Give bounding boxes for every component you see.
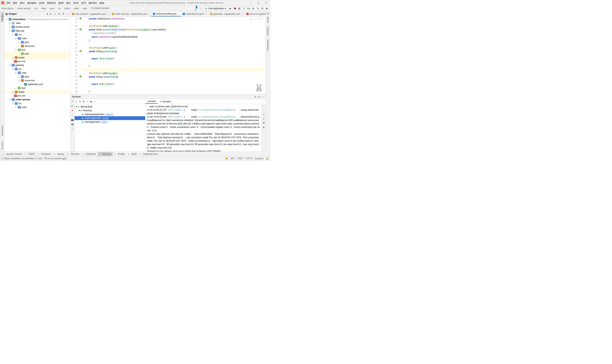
layout-icon[interactable]: ▤ <box>71 123 74 126</box>
tree-item[interactable]: ▸eureka-server <box>4 25 70 29</box>
tree-item[interactable]: ▾resources <box>4 78 70 82</box>
services-tree-item[interactable]: ▶UserApplication :8081/ <box>75 120 145 124</box>
project-tree[interactable]: ▾cloud-demoD:\DingJiaxiong\IdeaProjects\… <box>4 17 70 152</box>
menu-code[interactable]: Code <box>38 1 46 5</box>
grid-icon[interactable]: ⊞ <box>83 100 85 103</box>
services-tree-item[interactable]: ▾▶Running <box>75 109 145 112</box>
gutter-run-icon[interactable] <box>79 28 82 30</box>
services-tree[interactable]: ▾❀Spring Boot▾▶Running▶GatewayApplicatio… <box>75 104 145 152</box>
chevron-down-icon[interactable]: ▾ <box>47 13 48 15</box>
tree-item[interactable]: ▾order-service <box>4 98 70 102</box>
gutter-run-icon[interactable] <box>79 50 82 52</box>
app-port-link[interactable]: :8081/ <box>101 121 107 123</box>
tree-item[interactable]: ▸target <box>4 90 70 94</box>
tree-item[interactable]: application.yml <box>4 82 70 86</box>
bottom-tab-spring[interactable]: ▪Spring <box>53 152 66 156</box>
app-port-link[interactable]: :8088/ <box>102 117 108 119</box>
collapse-all-icon[interactable]: ⇅ <box>58 13 61 15</box>
clear-icon[interactable]: 🗑 <box>263 126 265 129</box>
bottom-tab-profiler[interactable]: ▪Profiler <box>113 152 127 156</box>
line-separator[interactable]: CRLF <box>237 157 243 160</box>
bottom-tab-problems[interactable]: ▪Problems <box>37 152 53 156</box>
caret-position[interactable]: 30:1 <box>230 157 235 160</box>
bottom-tab-terminal[interactable]: ▪Terminal <box>66 152 81 156</box>
menu-vcs[interactable]: VCS <box>80 1 87 5</box>
chevron-icon[interactable]: ▸ <box>9 22 11 25</box>
chevron-icon[interactable]: ▾ <box>15 49 17 51</box>
close-tab-icon[interactable]: × <box>178 13 179 15</box>
chevron-icon[interactable]: ▾ <box>9 29 11 32</box>
bottom-tab-dependencies[interactable]: ▪Dependencies <box>138 152 159 156</box>
print-icon[interactable]: 🖶 <box>263 122 265 124</box>
menu-run[interactable]: Run <box>65 1 72 5</box>
next-highlight-icon[interactable]: ∨ <box>260 17 262 20</box>
chevron-icon[interactable]: ▾ <box>12 68 14 70</box>
code-text[interactable]: private OrderService orderService; @GetM… <box>82 17 266 94</box>
app-port-link[interactable]: :10010/ <box>105 113 113 116</box>
tree-item[interactable]: resources <box>4 44 70 48</box>
maximize-button[interactable]: ☐ <box>254 0 262 6</box>
chevron-icon[interactable]: ▾ <box>15 106 17 109</box>
close-button[interactable]: ✕ <box>262 0 270 6</box>
tree-item[interactable]: ▾src <box>4 33 70 37</box>
chevron-icon[interactable]: ▸ <box>12 91 14 93</box>
run-config-selector[interactable]: ▶ UserApplication ▾ <box>204 6 227 10</box>
debug-button[interactable]: 🐞 <box>233 7 237 10</box>
close-tab-icon[interactable]: × <box>148 13 149 15</box>
menu-navigate[interactable]: Navigate <box>26 1 38 5</box>
scroll-down-icon[interactable]: ↓ <box>263 109 264 112</box>
crumb-1[interactable]: order-service <box>17 7 31 10</box>
bookmarks-tool-button[interactable]: Bookmarks <box>1 123 4 138</box>
tree-item[interactable]: ▸target <box>4 56 70 59</box>
close-tab-icon[interactable]: × <box>242 13 243 15</box>
services-tree-icon[interactable]: :: <box>71 127 74 130</box>
settings-icon[interactable]: ✿ <box>261 7 264 10</box>
user-icon[interactable]: 👤▾ <box>195 7 199 10</box>
chevron-icon[interactable]: ▾ <box>9 98 11 101</box>
chevron-icon[interactable]: ▸ <box>18 75 20 78</box>
crumb-6[interactable]: itcast <box>64 7 70 10</box>
console-output[interactable]: stats: {},Server stats: []}ServerList:nu… <box>145 104 261 152</box>
chevron-icon[interactable]: ▸ <box>18 41 20 44</box>
emoji-icon[interactable]: 😺 <box>225 157 228 160</box>
soft-wrap-icon[interactable]: ↩ <box>263 113 265 116</box>
bottom-tab-services[interactable]: ▪Services <box>98 152 113 156</box>
close-tab-icon[interactable]: × <box>107 13 109 15</box>
expand-all-icon[interactable]: ≡ <box>53 13 56 15</box>
tree-item[interactable]: ▸java <box>4 40 70 44</box>
tree-item[interactable]: ▾feign-api <box>4 29 70 33</box>
tree-item[interactable]: ▾main <box>4 37 70 40</box>
code-editor[interactable]: 1617181920212223242526272829303132333435… <box>70 17 266 94</box>
editor-tab[interactable]: OrderController.java× <box>151 12 181 16</box>
services-tree-item[interactable]: ▶GatewayApplication :10010/ <box>75 112 145 116</box>
bottom-tab-todo[interactable]: ▪TODO <box>24 152 36 156</box>
camera-icon[interactable]: 📷 <box>71 118 74 121</box>
prev-highlight-icon[interactable]: ∧ <box>257 17 259 20</box>
stop-icon[interactable]: ■ <box>71 109 74 112</box>
editor-tab[interactable]: user-service\...\application.yml× <box>70 12 110 16</box>
gear-icon[interactable]: ⚙ <box>257 95 261 98</box>
menu-tools[interactable]: Tools <box>72 1 80 5</box>
notifications-tool-button[interactable]: Notifications <box>266 38 269 53</box>
database-tool-button[interactable]: Database <box>266 25 269 38</box>
chevron-icon[interactable]: ▾ <box>15 72 17 74</box>
tree-item[interactable]: ▾src <box>4 102 70 105</box>
tree-item[interactable]: ▸.idea <box>4 21 70 25</box>
menu-window[interactable]: Window <box>88 1 98 5</box>
run-button[interactable]: ▶ <box>228 7 232 10</box>
hide-panel-icon[interactable]: — <box>261 95 264 98</box>
tree-item[interactable]: ▾gateway <box>4 63 70 67</box>
collapse-icon[interactable]: ⇅ <box>79 100 81 103</box>
profile-button[interactable]: ⊙ <box>242 7 246 10</box>
stop-button[interactable]: ■ <box>252 7 255 10</box>
scroll-to-end-icon[interactable]: ⤓ <box>263 117 265 120</box>
attach-button[interactable]: ⇆▾ <box>247 7 250 10</box>
add-icon[interactable]: + <box>94 100 96 103</box>
menu-file[interactable]: File <box>6 1 12 5</box>
expand-icon[interactable]: ≡ <box>76 100 77 103</box>
build-hammer-icon[interactable]: ↙ <box>200 7 203 10</box>
tree-item[interactable]: ▸java <box>4 75 70 78</box>
structure-tool-button[interactable]: Structure <box>1 139 4 152</box>
crumb-9[interactable]: Ⓒ OrderController <box>91 7 110 10</box>
maven-tool-button[interactable]: Maven <box>266 15 269 25</box>
